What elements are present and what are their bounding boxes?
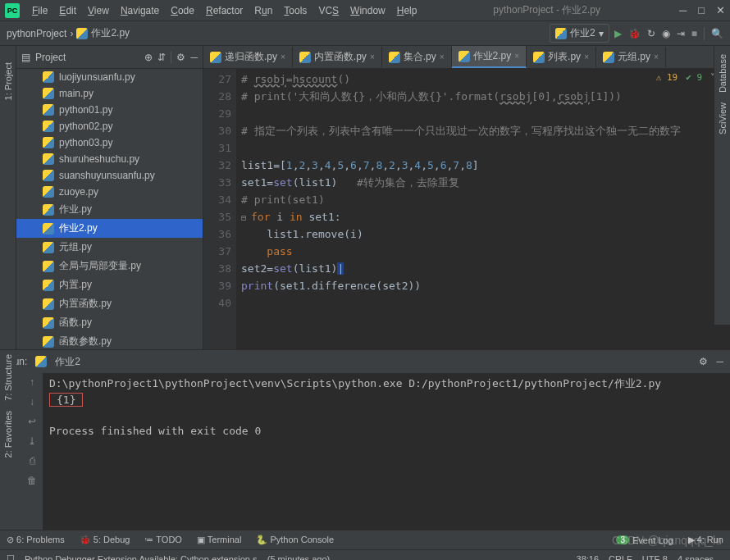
bottom-tab-console[interactable]: 🐍 Python Console bbox=[256, 535, 334, 545]
status-indent[interactable]: 4 spaces bbox=[678, 554, 714, 561]
tree-item[interactable]: luojiyunsuanfu.py bbox=[16, 69, 203, 85]
menu-code[interactable]: Code bbox=[165, 3, 200, 18]
close-tab-icon[interactable]: × bbox=[370, 52, 375, 61]
search-icon[interactable]: 🔍 bbox=[711, 28, 723, 39]
tree-item[interactable]: 作业.py bbox=[16, 200, 203, 219]
breadcrumb-root[interactable]: pythonProject bbox=[7, 28, 66, 39]
tree-item-label: 元组.py bbox=[59, 240, 92, 254]
bottom-tab-todo[interactable]: ≔ TODO bbox=[144, 535, 181, 545]
close-tab-icon[interactable]: × bbox=[584, 52, 589, 61]
editor-tab[interactable]: 作业2.py× bbox=[452, 46, 527, 68]
ok-count-icon[interactable]: ✔ 9 bbox=[686, 72, 702, 83]
menu-navigate[interactable]: Navigate bbox=[115, 3, 165, 18]
bottom-tab-terminal[interactable]: ▣ Terminal bbox=[197, 535, 241, 545]
up-icon[interactable]: ↑ bbox=[30, 376, 34, 388]
settings-gear-icon[interactable]: ⚙ bbox=[176, 52, 185, 63]
menu-file[interactable]: File bbox=[26, 3, 53, 18]
settings-gear-icon[interactable]: ⚙ bbox=[699, 356, 708, 367]
tree-item[interactable]: 内置函数.py bbox=[16, 294, 203, 313]
tree-item-label: 全局与局部变量.py bbox=[59, 259, 141, 273]
sidebar-project-tab[interactable]: 1: Project bbox=[3, 62, 13, 100]
print-icon[interactable]: ⎙ bbox=[30, 455, 35, 467]
down-icon[interactable]: ↓ bbox=[30, 396, 34, 407]
collapse-all-icon[interactable]: ⇵ bbox=[157, 52, 166, 63]
tree-item[interactable]: 作业2.py bbox=[16, 219, 203, 238]
sidebar-database-tab[interactable]: Database bbox=[718, 54, 728, 93]
tree-item[interactable]: python02.py bbox=[16, 118, 203, 134]
warning-count-icon[interactable]: ⚠ 19 bbox=[656, 72, 678, 83]
minimize-icon[interactable]: ─ bbox=[679, 4, 687, 16]
editor-tab[interactable]: 内置函数.py× bbox=[293, 47, 382, 67]
status-encoding[interactable]: UTF-8 bbox=[642, 554, 668, 561]
tree-item[interactable]: suanshuyunsuanfu.py bbox=[16, 167, 203, 184]
profile-icon[interactable]: ◉ bbox=[662, 28, 670, 39]
tree-item[interactable]: 全局与局部变量.py bbox=[16, 257, 203, 275]
run-button-icon[interactable]: ▶ bbox=[614, 28, 622, 39]
run-config-select[interactable]: 作业2 ▾ bbox=[550, 24, 609, 43]
editor-area: 递归函数.py×内置函数.py×集合.py×作业2.py×列表.py×元组.py… bbox=[203, 46, 730, 349]
stop-icon[interactable]: ■ bbox=[691, 28, 697, 39]
maximize-icon[interactable]: □ bbox=[698, 4, 705, 16]
bottom-tab-debug[interactable]: 🐞 5: Debug bbox=[80, 535, 130, 545]
left-tool-gutter-lower: 7: Structure 2: Favorites bbox=[0, 354, 16, 518]
tree-item-label: 作业2.py bbox=[59, 221, 98, 235]
close-tab-icon[interactable]: × bbox=[440, 52, 445, 61]
run-pane-config[interactable]: 作业2 bbox=[55, 355, 80, 369]
tree-item-label: zuoye.py bbox=[59, 186, 98, 198]
editor-tab[interactable]: 集合.py× bbox=[382, 47, 452, 67]
editor-tab[interactable]: 元组.py× bbox=[596, 47, 666, 67]
editor-inspections[interactable]: ⚠ 19 ✔ 9 ˅ bbox=[656, 72, 715, 83]
debug-button-icon[interactable]: 🐞 bbox=[628, 28, 641, 39]
editor-tab[interactable]: 递归函数.py× bbox=[203, 47, 293, 67]
bottom-tab-problems[interactable]: ⊘ 6: Problems bbox=[7, 535, 65, 545]
project-tree[interactable]: luojiyunsuanfu.pymain.pypython01.pypytho… bbox=[16, 69, 203, 349]
status-caret-pos[interactable]: 38:16 bbox=[577, 554, 600, 561]
menu-tools[interactable]: Tools bbox=[278, 3, 313, 18]
close-tab-icon[interactable]: × bbox=[514, 52, 519, 61]
python-file-icon bbox=[43, 242, 54, 253]
sidebar-favorites-tab[interactable]: 2: Favorites bbox=[3, 411, 13, 458]
menu-refactor[interactable]: Refactor bbox=[200, 3, 249, 18]
sidebar-structure-tab[interactable]: 7: Structure bbox=[3, 354, 13, 401]
menu-help[interactable]: Help bbox=[391, 3, 423, 18]
code-content[interactable]: # rsobj=hscount()# print('大和尚人数{}，小和尚人数{… bbox=[236, 69, 730, 349]
status-message[interactable]: Python Debugger Extension Available: Cyt… bbox=[25, 554, 330, 561]
tree-item[interactable]: python03.py bbox=[16, 134, 203, 151]
project-dropdown-icon[interactable]: ▤ bbox=[21, 52, 30, 63]
menu-edit[interactable]: Edit bbox=[53, 3, 82, 18]
tree-item[interactable]: 函数参数.py bbox=[16, 332, 203, 349]
close-tab-icon[interactable]: × bbox=[654, 52, 659, 61]
hide-pane-icon[interactable]: ─ bbox=[190, 52, 198, 63]
output-command: D:\pythonProject1\pythonProject\venv\Scr… bbox=[49, 376, 723, 391]
tab-label: 列表.py bbox=[548, 50, 581, 64]
tree-item[interactable]: 函数.py bbox=[16, 313, 203, 332]
coverage-icon[interactable]: ↻ bbox=[647, 28, 655, 39]
select-open-file-icon[interactable]: ⊕ bbox=[144, 52, 153, 63]
menu-vcs[interactable]: VCS bbox=[313, 3, 344, 18]
soft-wrap-icon[interactable]: ↩ bbox=[28, 416, 36, 427]
tree-item[interactable]: main.py bbox=[16, 85, 203, 102]
editor-tab[interactable]: 列表.py× bbox=[527, 47, 596, 67]
run-output[interactable]: D:\pythonProject1\pythonProject\venv\Scr… bbox=[43, 373, 730, 530]
tree-item[interactable]: python01.py bbox=[16, 102, 203, 118]
clear-icon[interactable]: 🗑 bbox=[27, 475, 37, 486]
breadcrumb-file[interactable]: 作业2.py bbox=[91, 26, 130, 40]
editor-body[interactable]: 2728293031323334353637383940 # rsobj=hsc… bbox=[203, 69, 730, 349]
tree-item[interactable]: 内置.py bbox=[16, 275, 203, 294]
menu-run[interactable]: Run bbox=[249, 3, 278, 18]
menu-view[interactable]: View bbox=[82, 3, 115, 18]
status-notification-icon[interactable]: ☐ bbox=[7, 553, 15, 560]
sidebar-sciview-tab[interactable]: SciView bbox=[718, 102, 728, 134]
project-pane-title[interactable]: Project bbox=[35, 52, 139, 63]
hide-pane-icon[interactable]: ─ bbox=[716, 356, 723, 367]
tree-item[interactable]: zuoye.py bbox=[16, 184, 203, 200]
close-icon[interactable]: ✕ bbox=[716, 4, 725, 16]
menu-window[interactable]: Window bbox=[344, 3, 391, 18]
close-tab-icon[interactable]: × bbox=[281, 52, 285, 61]
status-eol[interactable]: CRLF bbox=[609, 554, 632, 561]
tree-item[interactable]: 元组.py bbox=[16, 238, 203, 257]
scroll-end-icon[interactable]: ⤓ bbox=[28, 435, 36, 447]
attach-icon[interactable]: ⇥ bbox=[677, 28, 685, 39]
tree-item[interactable]: shuruheshuchu.py bbox=[16, 151, 203, 167]
tree-item-label: 内置函数.py bbox=[59, 297, 112, 311]
